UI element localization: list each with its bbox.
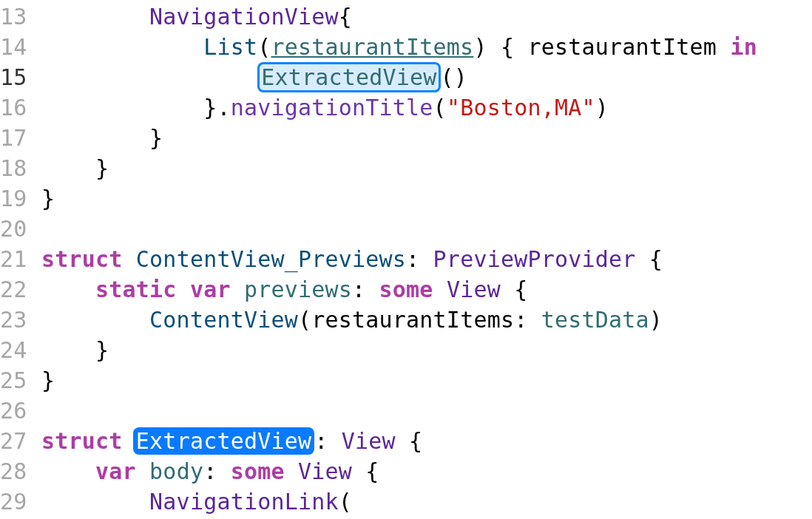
code-line[interactable]: NavigationLink(: [35, 486, 812, 517]
type-usage-token: ExtractedView: [261, 64, 436, 90]
rename-highlight-selected[interactable]: ExtractedView: [133, 427, 314, 455]
keyword-token: some: [231, 458, 285, 484]
line-number: 15: [0, 62, 35, 92]
type-token: View: [342, 428, 396, 454]
code-editor[interactable]: 13 NavigationView{ 14 List(restaurantIte…: [0, 0, 812, 517]
type-token: NavigationLink: [149, 489, 339, 515]
code-line[interactable]: }.navigationTitle("Boston,MA"): [35, 92, 812, 123]
line-number: 17: [0, 123, 35, 153]
line-number: 25: [0, 365, 35, 396]
code-line[interactable]: ExtractedView(): [35, 62, 812, 92]
brace-token: }: [95, 337, 109, 363]
line-number: 16: [0, 92, 35, 123]
keyword-token: var: [190, 277, 231, 302]
type-token: ContentView: [149, 307, 298, 333]
line-number: 20: [0, 214, 35, 244]
paren-token: (: [257, 34, 271, 60]
code-line[interactable]: var body: some View {: [35, 456, 812, 486]
code-line[interactable]: struct ContentView_Previews: PreviewProv…: [35, 244, 812, 274]
code-line[interactable]: struct ExtractedView: View {: [35, 426, 812, 456]
paren-token: ): [595, 95, 609, 121]
method-token: navigationTitle: [231, 95, 433, 121]
brace-token: }: [95, 155, 109, 181]
line-number: 26: [0, 396, 35, 426]
code-line[interactable]: NavigationView{: [35, 1, 812, 32]
keyword-token: in: [730, 34, 757, 60]
keyword-token: some: [379, 277, 433, 302]
keyword-token: struct: [41, 428, 123, 454]
code-line[interactable]: ContentView(restaurantItems: testData): [35, 305, 812, 335]
rename-highlight-outlined[interactable]: ExtractedView: [257, 62, 440, 92]
code-line[interactable]: }: [35, 153, 812, 183]
identifier-token: restaurantItem: [527, 34, 717, 60]
string-token: "Boston,MA": [447, 95, 595, 121]
type-token: View: [447, 277, 501, 302]
member-token: previews: [244, 277, 352, 302]
code-line[interactable]: }: [35, 123, 812, 153]
code-line[interactable]: }: [35, 335, 812, 365]
brace-token: }.: [203, 95, 231, 121]
line-number: 21: [0, 244, 35, 274]
line-number: 22: [0, 274, 35, 305]
type-token: List: [203, 34, 257, 60]
line-number: 24: [0, 335, 35, 365]
code-line[interactable]: }: [35, 365, 812, 396]
code-line[interactable]: [35, 396, 812, 426]
brace-token: }: [41, 367, 55, 393]
brace-token: }: [41, 186, 55, 211]
type-token: ContentView_Previews: [136, 246, 406, 272]
line-number: 19: [0, 183, 35, 214]
line-number: 14: [0, 32, 35, 62]
brace-token: }: [149, 125, 163, 151]
member-token: body: [149, 458, 203, 484]
line-number: 23: [0, 305, 35, 335]
line-number: 13: [0, 1, 35, 32]
type-declaration-token: ExtractedView: [136, 428, 311, 454]
paren-token: (): [441, 64, 468, 90]
code-line[interactable]: List(restaurantItems) { restaurantItem i…: [35, 32, 812, 62]
line-number: 27: [0, 426, 35, 456]
keyword-token: struct: [41, 246, 123, 272]
arg-label-token: restaurantItems: [311, 307, 514, 333]
line-number: 18: [0, 153, 35, 183]
member-token: testData: [541, 307, 649, 333]
brace-token: {: [339, 4, 352, 30]
code-line[interactable]: }: [35, 183, 812, 214]
line-number: 28: [0, 456, 35, 486]
code-line[interactable]: static var previews: some View {: [35, 274, 812, 305]
type-token: View: [298, 458, 352, 484]
paren-token: (: [433, 95, 447, 121]
keyword-token: var: [95, 458, 136, 484]
member-token: restaurantItems: [271, 34, 473, 60]
type-token: PreviewProvider: [433, 246, 636, 272]
code-line[interactable]: [35, 214, 812, 244]
type-token: NavigationView: [149, 4, 339, 30]
line-number: 29: [0, 486, 35, 517]
keyword-token: static: [95, 277, 177, 302]
paren-token: ) {: [473, 34, 527, 60]
